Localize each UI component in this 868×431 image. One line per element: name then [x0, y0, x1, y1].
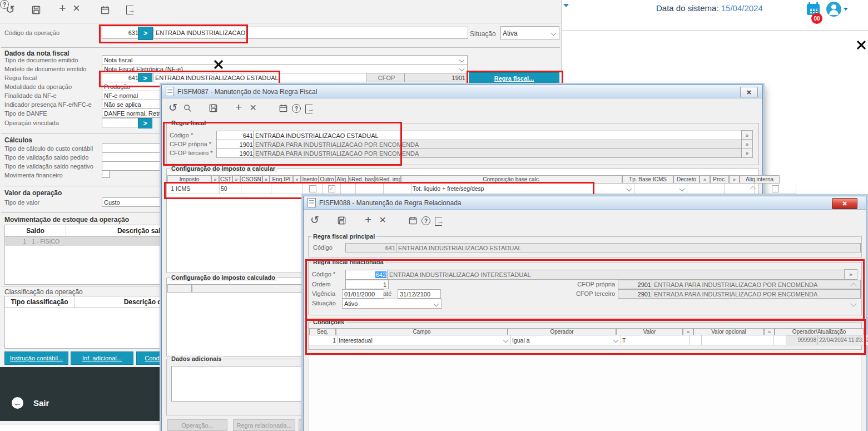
undo-icon[interactable]: ↺ — [168, 102, 177, 113]
lookup-col-icon[interactable]: » — [293, 175, 301, 184]
col-decreto[interactable]: Decreto — [673, 175, 700, 184]
condicao-row[interactable]: 1 Interestadual Igual a T 999998 22/04/2… — [309, 335, 868, 345]
scroll-down-icon[interactable] — [850, 300, 856, 306]
col-isento[interactable]: Isento — [301, 175, 319, 184]
valor-opcional-input[interactable] — [702, 335, 774, 345]
exit-icon[interactable]: → — [305, 105, 313, 113]
col-enq-ipi[interactable]: Enq.IPI — [270, 175, 293, 184]
add-icon[interactable]: + — [365, 214, 371, 225]
col-descricao-saldo[interactable]: Descrição saldo — [66, 225, 170, 236]
col-operador-atualizacao[interactable]: Operador/Atualização — [775, 328, 864, 335]
outro-checkbox[interactable]: ✓ — [328, 185, 335, 192]
modelo-doc-select[interactable]: Nota Fiscal Eletrônica (NF-e) — [102, 64, 468, 73]
col-valor[interactable]: Valor — [616, 328, 683, 335]
exit-icon[interactable]: → — [126, 6, 133, 14]
back-icon[interactable]: ← — [12, 397, 23, 409]
d088-rel-codigo-input[interactable]: 642 — [345, 270, 389, 280]
lookup-col-icon[interactable]: » — [262, 175, 270, 184]
col-red-imp[interactable]: %Red. imp — [375, 175, 401, 184]
help-icon[interactable]: ? — [421, 216, 430, 225]
col-descricao[interactable]: Descrição do — [75, 296, 167, 308]
calendar-icon[interactable] — [408, 216, 418, 225]
codigo-operacao-lookup-button[interactable]: > — [138, 27, 153, 40]
lookup-col-icon[interactable]: » — [729, 175, 740, 184]
save-icon[interactable] — [31, 5, 41, 15]
undo-icon[interactable]: ↺ — [310, 215, 319, 225]
regra-fiscal-button[interactable]: Regra fiscal... — [469, 72, 559, 85]
d087-cfop-propria-input[interactable]: 1901 — [216, 140, 255, 149]
d088-vigencia-ate-input[interactable]: 31/12/2100 — [398, 289, 441, 299]
codigo-operacao-input[interactable]: 631 — [102, 27, 141, 39]
tipo-doc-select[interactable]: Nota fiscal — [102, 55, 468, 65]
valor-input[interactable]: T — [621, 335, 690, 345]
user-menu-caret-icon[interactable] — [844, 8, 848, 11]
save-icon[interactable] — [209, 103, 218, 113]
col-seq[interactable]: Seq. — [309, 328, 336, 335]
aliq-interna-checkbox[interactable] — [772, 185, 779, 192]
col-csosn[interactable]: CSOSN — [240, 175, 262, 184]
col-cst[interactable]: CST — [219, 175, 232, 184]
col-saldo[interactable]: Saldo — [5, 225, 66, 236]
add-icon[interactable]: + — [59, 2, 66, 14]
panel-close-icon[interactable] — [856, 39, 867, 51]
isento-checkbox[interactable] — [309, 185, 316, 192]
operacao-button[interactable]: Operação... — [167, 419, 227, 431]
d088-rel-lookup-button[interactable]: » — [844, 269, 857, 280]
instrucao-contabil-button[interactable]: Instrução contábil... — [4, 351, 68, 365]
help-icon[interactable]: ? — [0, 0, 9, 9]
operador-select[interactable]: Igual a — [511, 335, 621, 345]
delete-icon[interactable]: × — [379, 214, 386, 225]
col-red-base[interactable]: %Red. base — [349, 175, 375, 184]
add-icon[interactable]: + — [235, 101, 242, 113]
composicao-select[interactable]: Tot. liquido + frete/seg/desp — [411, 184, 634, 194]
delete-icon[interactable]: × — [73, 2, 80, 14]
lookup-col-icon[interactable]: » — [700, 175, 710, 184]
fisfm087-title-bar[interactable]: FISFM087 - Manutenção de Nova Regra Fisc… — [162, 85, 762, 98]
col-campo[interactable]: Campo — [336, 328, 508, 335]
col-operador[interactable]: Operador — [508, 328, 616, 335]
regra-relacionada-button[interactable]: Regra relacionada... — [233, 419, 295, 431]
imposto-row-icms[interactable]: 1ICMS 50 ✓ Tot. liquido + frete/seg/desp — [167, 184, 796, 194]
fisfm088-title-bar[interactable]: FISFM088 - Manutenção de Regra Relaciona… — [304, 196, 866, 210]
op-vinculada-lookup-button[interactable]: > — [138, 118, 152, 128]
d087-cfop-terceiro-input[interactable]: 1901 — [216, 148, 255, 158]
tp-base-icms-select[interactable] — [634, 184, 687, 194]
lookup-col-icon[interactable]: » — [764, 328, 775, 335]
lookup-col-icon[interactable]: » — [683, 328, 693, 335]
col-aliq[interactable]: Aliq. — [335, 175, 349, 184]
fisfm087-close-button[interactable] — [740, 87, 758, 97]
user-avatar[interactable] — [826, 2, 841, 17]
op-vinculada-input[interactable] — [102, 118, 141, 127]
d088-ordem-input[interactable]: 1 — [345, 280, 389, 289]
situacao-select[interactable]: Ativa — [500, 26, 559, 40]
exit-icon[interactable]: → — [435, 217, 442, 226]
search-icon[interactable] — [183, 103, 192, 113]
d087-cfop-terceiro-lookup-button[interactable]: » — [741, 148, 753, 158]
col-valor-opcional[interactable]: Valor opcional — [693, 328, 764, 335]
campo-select[interactable]: Interestadual — [338, 335, 511, 345]
movimenta-financeiro-checkbox[interactable] — [102, 170, 110, 178]
col-imposto[interactable]: Imposto — [167, 175, 211, 184]
d088-situacao-select[interactable]: Ativo — [342, 299, 442, 309]
sair-button[interactable]: Sair — [33, 398, 49, 408]
col-proc[interactable]: Proc. — [710, 175, 729, 184]
calendar-icon[interactable] — [100, 5, 110, 15]
col-tipo-classificacao[interactable]: Tipo classificação — [5, 296, 75, 308]
delete-icon[interactable]: × — [250, 101, 256, 113]
inf-adicional-button[interactable]: Inf. adicional... — [71, 351, 133, 365]
help-icon[interactable]: ? — [292, 104, 301, 113]
lookup-col-icon[interactable]: » — [232, 175, 240, 184]
calc-col-1[interactable] — [167, 284, 192, 293]
calendar-icon[interactable] — [279, 103, 288, 113]
col-tp-base-icms[interactable]: Tp. Base ICMS — [622, 175, 673, 184]
frame-caret-icon[interactable] — [563, 4, 569, 7]
col-outro[interactable]: Outro — [319, 175, 335, 184]
d087-codigo-input[interactable]: 641 — [216, 131, 255, 140]
fisfm088-close-button[interactable] — [832, 198, 857, 209]
regra-fiscal-input[interactable]: 641 — [102, 73, 141, 82]
col-aliq-interna[interactable]: Aliq.interna — [740, 175, 780, 184]
d087-codigo-desc[interactable]: ENTRADA INDUSTRIALIZACAO ESTADUAL — [253, 131, 745, 140]
save-icon[interactable] — [337, 216, 346, 225]
d088-vigencia-de-input[interactable]: 01/01/2000 — [342, 289, 384, 299]
lookup-col-icon[interactable]: » — [211, 175, 219, 184]
